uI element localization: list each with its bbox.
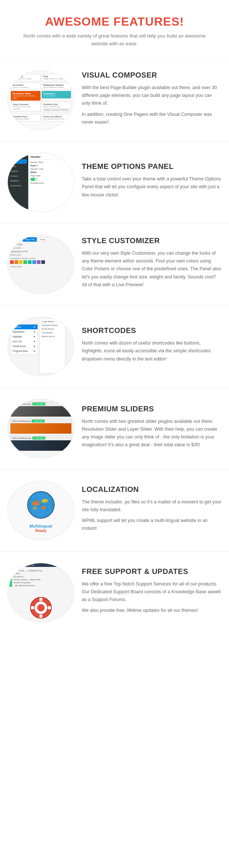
ps-edit-btn-2: ✎ Edit Slide	[32, 420, 45, 422]
fs-item-5: ✓ Visual Composer...	[9, 581, 72, 584]
feature-image-free-support: ...olution Slider - Arrows Nit... ✓ How …	[7, 563, 74, 622]
feature-title-style-customizer: STYLE CUSTOMIZER	[82, 236, 222, 245]
feature-title-localization: LOCALIZATION	[82, 485, 222, 494]
feature-para-loc-2: WPML support will let you create a multi…	[82, 517, 222, 533]
svg-point-6	[32, 500, 40, 506]
feature-para-ps-1: North comes with two greatest slider plu…	[82, 418, 222, 449]
to-main: Header Navbar Style Style 1 Navbar Color…	[28, 153, 74, 212]
fs-checkmark-3: ✓	[9, 575, 12, 578]
to-row-breadcrumbs: Breadcrumbs	[30, 182, 72, 184]
sc-tab-header: Header	[10, 237, 22, 242]
sc-swatch-green	[23, 260, 27, 264]
fs-item-2: ✓ Portfo...	[9, 572, 72, 575]
sc-field-accent: Accent Color Select Color	[10, 243, 72, 249]
page-subtitle: North comes with a wide variety of great…	[22, 32, 207, 48]
sc-swatch-red	[10, 260, 14, 264]
vc-block-team: Team Carousel Carousel of your team memb…	[11, 102, 41, 111]
sc-tab-page-title: Page Title	[23, 237, 37, 242]
svg-point-13	[37, 604, 45, 611]
sc-field-background: Background Color Select Color	[10, 250, 72, 256]
title-highlight: FEATURES!	[113, 15, 184, 28]
to-sidebar-header: Header	[9, 159, 27, 164]
fs-item-6: ✓ ...ign WooCommerce...	[9, 584, 72, 587]
feature-content-free-support: FREE SUPPORT & UPDATES We offer a free T…	[82, 567, 222, 618]
feature-content-visual-composer: VISUAL COMPOSER With the best Page Build…	[82, 71, 222, 129]
page-title: AWESOME FEATURES!	[22, 15, 207, 29]
fs-item-3: ✓ Us with re...	[9, 575, 72, 578]
sc-field-predefined: Predefined Theme Colors	[10, 257, 72, 264]
feature-para-fs-2: We also provide free, lifetime updates f…	[82, 607, 222, 614]
feature-content-shortcodes: SHORTCODES North comes with dozen of use…	[82, 326, 222, 366]
feature-title-free-support: FREE SUPPORT & UPDATES	[82, 567, 222, 576]
lifesaver-icon	[30, 597, 52, 619]
feature-image-theme-options: General Header Footer Portfolio Contact …	[7, 153, 74, 212]
loc-mock-ui: Multilingual Ready	[8, 481, 74, 540]
feature-para-vc-2: In addition, creating One Pagers with th…	[82, 111, 222, 127]
sc-swatch-yellow	[19, 260, 23, 264]
sh-submenu: Large Button Standard Button Small Butto…	[39, 319, 65, 373]
sc-swatch-teal	[28, 260, 32, 264]
page-header: AWESOME FEATURES! North comes with a wid…	[0, 0, 229, 59]
fs-mock-ui: ...olution Slider - Arrows Nit... ✓ How …	[8, 563, 74, 622]
feature-para-loc-1: The theme includes .po files so it's a m…	[82, 498, 222, 514]
feature-style-customizer: Header Page Title Page Accent Color Sele…	[0, 223, 229, 305]
sh-menu-progress: Progress Bars▶	[10, 349, 38, 353]
feature-image-premium-sliders: Slide (slidebg1.jpg) ✎ Edit Slide Slide …	[7, 399, 74, 458]
fs-checkmark-4: ✓	[9, 578, 12, 581]
ps-edit-btn-1: ✎ Edit Slide	[32, 402, 45, 405]
vc-block-revolution: Revolution Slider Carousel of your revol…	[11, 91, 41, 101]
sh-submenu-standard: Standard Button	[40, 323, 65, 327]
feature-para-sh-1: North comes with dozen of useful shortco…	[82, 339, 222, 363]
fs-checkmark-1: ✓	[9, 569, 12, 572]
to-row-page-title: Page Title	[30, 174, 72, 177]
ps-slide-img-2	[10, 423, 71, 434]
sc-mock-ui: Header Page Title Page Accent Color Sele…	[8, 235, 74, 294]
sh-menu-separators: Separators▶	[10, 329, 38, 334]
sh-left: ↓ Buttons▶ Separators▶ Highlight▶ Icon L…	[10, 319, 38, 373]
sh-submenu-small: Small Button	[40, 327, 65, 331]
sh-submenu-tiny: Tiny Button	[40, 331, 65, 335]
feature-image-visual-composer: +1 Button recommend on Google FAQ Toggle…	[7, 71, 74, 130]
vc-block-templatera: Templatera Use a template	[42, 91, 71, 98]
vc-block-accordion: Accordion jQuery ui accordion	[11, 82, 41, 90]
sc-swatch-dark	[41, 260, 45, 264]
feature-premium-sliders: Slide (slidebg1.jpg) ✎ Edit Slide Slide …	[0, 387, 229, 469]
svg-point-8	[41, 506, 46, 509]
sc-swatch-orange	[14, 260, 18, 264]
to-row-navbar-style: Navbar Style	[30, 161, 72, 163]
to-sidebar-footer: Footer	[9, 164, 27, 169]
feature-content-premium-sliders: PREMIUM SLIDERS North comes with two gre…	[82, 405, 222, 452]
feature-title-theme-options: THEME OPTIONS PANEL	[82, 162, 222, 171]
feature-content-theme-options: THEME OPTIONS PANEL Take a total control…	[82, 162, 222, 202]
to-row-white: White	[30, 171, 72, 173]
to-sidebar-portfolio: Portfolio	[9, 169, 27, 173]
to-row-style1: Style 1	[30, 164, 72, 167]
sh-menu-buttons: Buttons▶	[10, 324, 38, 329]
sc-tab-page: Page	[38, 237, 47, 242]
sh-menu-social: Social Icons▶	[10, 344, 38, 349]
fs-checkmark-6: ✓	[9, 584, 12, 587]
sc-swatches	[10, 260, 72, 264]
ps-mock-ui: Slide (slidebg1.jpg) ✎ Edit Slide Slide …	[8, 399, 74, 458]
vc-block-fancy-text: Fancy Text Block Eye-catching block of t…	[42, 114, 71, 121]
sc-swatch-blue	[32, 260, 36, 264]
feature-title-shortcodes: SHORTCODES	[82, 326, 222, 335]
feature-theme-options: General Header Footer Portfolio Contact …	[0, 141, 229, 223]
ps-slide-1: Slide (slidebg1.jpg) ✎ Edit Slide	[10, 401, 72, 417]
sh-menu-highlight: Highlight▶	[10, 334, 38, 339]
feature-para-to-1: Take a total control over your theme wit…	[82, 175, 222, 199]
feature-content-localization: LOCALIZATION The theme includes .po file…	[82, 485, 222, 536]
feature-para-sc-1: With our very own Style Customizer, you …	[82, 249, 222, 289]
feature-image-localization: Multilingual Ready	[7, 481, 74, 540]
feature-image-style-customizer: Header Page Title Page Accent Color Sele…	[7, 235, 74, 294]
multilingual-text: Multilingual Ready	[29, 524, 52, 533]
sc-swatch-purple	[37, 260, 41, 264]
sc-color-btn-accent: Select Color	[10, 246, 21, 249]
ps-slide-2: Slide (slideblg.jpg) ✎ Edit Slide	[10, 418, 72, 434]
fs-item-1: ✓ How to get... ...Fullwidth Port...	[9, 569, 72, 572]
ps-slide-img-1	[10, 406, 71, 417]
sh-submenu-button-with-ic: Button with Ic	[40, 335, 65, 338]
to-row-navbar-color: Navbar Color	[30, 168, 72, 170]
sc-field-theme-skin: Theme Skin	[10, 265, 72, 268]
ps-edit-btn-3: ✎ Edit Slide	[32, 437, 45, 440]
